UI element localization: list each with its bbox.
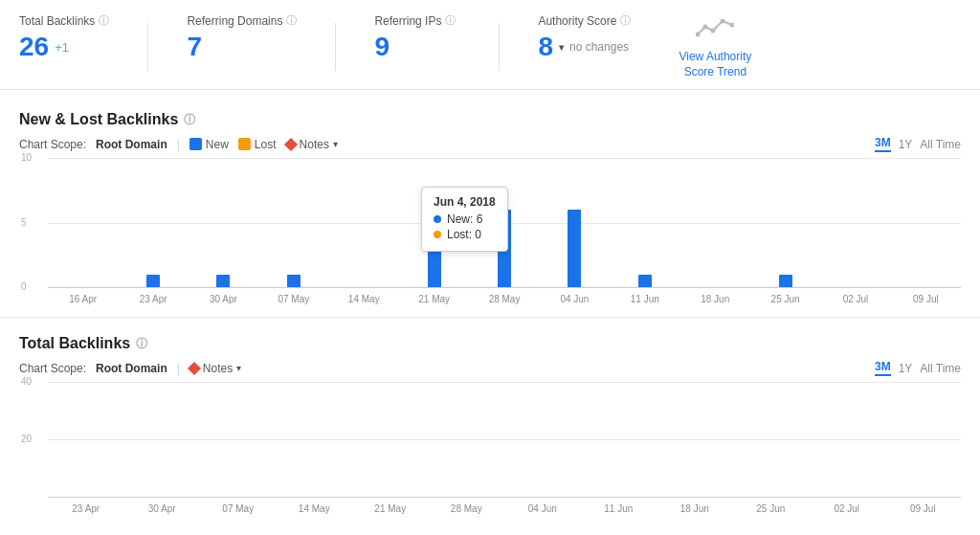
tooltip-lost-dot	[434, 231, 441, 238]
x-label-line-10: 02 Jul	[809, 503, 885, 514]
section-divider	[0, 317, 980, 318]
x-label-bar-6: 28 May	[469, 294, 539, 304]
notes-legend-label: Notes	[300, 138, 329, 151]
new-lost-chart: 10 5 0 16 Apr23 Apr30 Apr07 May14 May21 …	[19, 158, 961, 311]
x-label-bar-9: 18 Jun	[680, 294, 750, 304]
referring-domains-metric: Referring Domains ⓘ 7	[187, 13, 297, 62]
lost-legend-label: Lost	[255, 138, 277, 151]
new-lost-section: New & Lost Backlinks ⓘ Chart Scope: Root…	[0, 100, 980, 311]
new-legend-checkbox	[189, 138, 202, 150]
total-bl-notes-label: Notes	[203, 362, 233, 375]
referring-ips-value: 9	[374, 32, 390, 62]
line-y-label-20: 20	[21, 434, 32, 444]
bar-8	[638, 275, 652, 288]
x-label-line-0: 23 Apr	[48, 503, 124, 514]
svg-point-1	[703, 25, 708, 30]
total-bl-notes-diamond-icon	[188, 362, 201, 375]
new-legend-label: New	[206, 138, 229, 151]
new-lost-time-controls: 3M 1Y All Time	[875, 136, 961, 152]
referring-ips-metric: Referring IPs ⓘ 9	[374, 13, 460, 62]
total-backlinks-section-title: Total Backlinks	[19, 335, 130, 352]
authority-score-label: Authority Score	[538, 14, 616, 28]
x-label-line-9: 25 Jun	[733, 503, 810, 514]
divider-3	[499, 23, 500, 71]
new-lost-info-icon[interactable]: ⓘ	[184, 112, 195, 128]
total-bl-scope-value: Root Domain	[96, 362, 167, 375]
x-label-line-5: 28 May	[429, 503, 505, 514]
bar-7	[568, 210, 581, 287]
y-label-10: 10	[21, 152, 32, 163]
x-labels: 16 Apr23 Apr30 Apr07 May14 May21 May28 M…	[48, 287, 961, 311]
time-btn-all-time[interactable]: All Time	[920, 138, 961, 151]
total-backlinks-delta: +1	[55, 40, 69, 55]
chart-tooltip: Jun 4, 2018 New: 6 Lost: 0	[421, 187, 508, 252]
x-label-line-6: 04 Jun	[504, 503, 581, 514]
bar-2	[216, 275, 230, 288]
total-bl-time-btn-3m[interactable]: 3M	[875, 360, 891, 376]
divider-2	[335, 23, 336, 71]
total-backlinks-section: Total Backlinks ⓘ Chart Scope: Root Doma…	[0, 323, 980, 521]
view-authority-label: View AuthorityScore Trend	[679, 50, 751, 79]
bar-group-3	[258, 275, 328, 288]
new-lost-controls: Chart Scope: Root Domain | New Lost Note…	[19, 136, 961, 152]
total-bl-time-btn-1y[interactable]: 1Y	[899, 362, 913, 375]
x-label-bar-4: 14 May	[329, 294, 399, 304]
x-label-line-2: 07 May	[200, 503, 277, 514]
bar-group-7	[540, 210, 610, 287]
notes-legend-item[interactable]: Notes ▾	[286, 138, 338, 151]
total-backlinks-metric: Total Backlinks ⓘ 26 +1	[19, 13, 109, 62]
trend-chart-icon	[696, 13, 734, 46]
referring-domains-value: 7	[187, 32, 202, 62]
referring-ips-label: Referring IPs	[374, 14, 441, 28]
lost-legend-item[interactable]: Lost	[238, 138, 277, 151]
lost-legend-checkbox	[238, 138, 251, 150]
authority-score-chevron-icon: ▾	[559, 42, 564, 53]
total-bl-time-controls: 3M 1Y All Time	[875, 360, 961, 376]
bar-3	[287, 275, 301, 288]
new-legend-item[interactable]: New	[189, 138, 229, 151]
y-label-5: 5	[21, 217, 27, 228]
referring-domains-label: Referring Domains	[187, 14, 282, 28]
bar-group-10	[750, 275, 820, 288]
notes-diamond-icon	[283, 138, 297, 151]
bar-1	[146, 275, 160, 288]
x-label-line-1: 30 Apr	[124, 503, 201, 514]
referring-ips-info-icon[interactable]: ⓘ	[445, 13, 456, 28]
total-bl-scope-label: Chart Scope:	[19, 362, 86, 375]
notes-chevron-icon: ▾	[333, 139, 338, 149]
total-bl-notes-chevron-icon: ▾	[236, 363, 241, 373]
total-backlinks-label: Total Backlinks	[19, 14, 95, 28]
view-authority-trend-button[interactable]: View AuthorityScore Trend	[679, 13, 751, 79]
authority-score-metric: Authority Score ⓘ 8 ▾ no changes	[538, 13, 631, 62]
bar-group-2	[189, 275, 258, 288]
total-backlinks-controls: Chart Scope: Root Domain | Notes ▾ 3M 1Y…	[19, 360, 961, 376]
total-backlinks-section-info-icon[interactable]: ⓘ	[136, 336, 147, 352]
total-bl-time-btn-all-time[interactable]: All Time	[920, 362, 961, 375]
x-label-line-8: 18 Jun	[657, 503, 733, 514]
time-btn-3m[interactable]: 3M	[875, 136, 891, 152]
metrics-bar: Total Backlinks ⓘ 26 +1 Referring Domain…	[0, 0, 980, 90]
total-backlinks-info-icon[interactable]: ⓘ	[99, 13, 109, 28]
tooltip-lost-label: Lost: 0	[447, 228, 481, 241]
total-bl-notes-legend[interactable]: Notes ▾	[189, 362, 241, 375]
time-btn-1y[interactable]: 1Y	[899, 138, 913, 151]
y-label-0: 0	[21, 281, 27, 292]
tooltip-new-label: New: 6	[447, 212, 482, 226]
total-backlinks-chart: 40 20 23 Apr30 Apr07 May14 May21 May28 M…	[19, 382, 961, 521]
x-label-line-4: 21 May	[352, 503, 429, 514]
svg-point-2	[711, 29, 716, 33]
tooltip-new-dot	[434, 215, 441, 223]
divider-1	[147, 23, 148, 71]
referring-domains-info-icon[interactable]: ⓘ	[286, 13, 297, 28]
authority-score-info-icon[interactable]: ⓘ	[620, 13, 631, 28]
x-label-line-3: 14 May	[277, 503, 353, 514]
new-lost-scope-label: Chart Scope:	[19, 138, 86, 151]
total-backlinks-value: 26	[19, 32, 49, 62]
line-x-labels: 23 Apr30 Apr07 May14 May21 May28 May04 J…	[48, 497, 961, 521]
authority-score-value: 8	[538, 32, 553, 62]
x-label-bar-0: 16 Apr	[48, 294, 118, 304]
x-label-line-11: 09 Jul	[885, 503, 962, 514]
x-label-bar-5: 21 May	[399, 294, 469, 304]
x-label-line-7: 11 Jun	[581, 503, 657, 514]
line-y-label-40: 40	[21, 376, 32, 387]
